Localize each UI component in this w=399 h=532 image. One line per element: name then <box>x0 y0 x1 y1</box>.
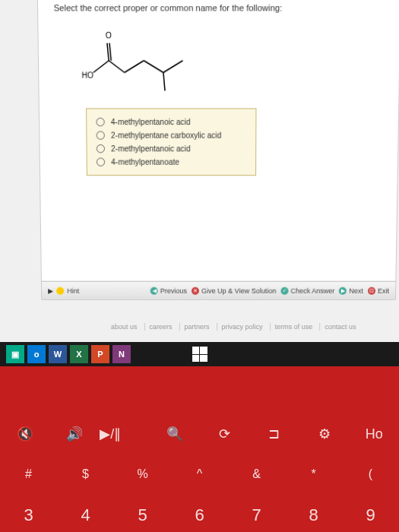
hint-label: Hint <box>67 287 79 294</box>
option-3[interactable]: 2-methylpentanoic acid <box>97 142 246 156</box>
amp-key[interactable]: & <box>228 467 285 481</box>
footer-privacy[interactable]: privacy policy <box>217 323 268 331</box>
store-icon[interactable]: ▣ <box>6 345 24 363</box>
site-footer: about us careers partners privacy policy… <box>106 323 361 331</box>
hint-button[interactable]: ▶ Hint <box>42 287 85 294</box>
radio-icon <box>97 144 105 153</box>
devices-key[interactable]: ⊐ <box>249 426 299 442</box>
exit-label: Exit <box>378 287 389 294</box>
key-5[interactable]: 5 <box>114 505 171 525</box>
play-pause-key[interactable]: ▶/∥ <box>100 426 150 442</box>
check-icon: ✓ <box>280 287 288 294</box>
label-o: O <box>106 31 112 40</box>
key-9[interactable]: 9 <box>342 505 399 525</box>
dollar-key[interactable]: $ <box>57 467 114 481</box>
label-ho: HO <box>81 71 93 79</box>
radio-icon <box>97 158 105 166</box>
quiz-panel: Select the correct proper or common name… <box>37 0 399 300</box>
svg-line-6 <box>163 61 183 73</box>
option-label: 4-methylpentanoate <box>111 158 179 166</box>
option-label: 4-methylpentanoic acid <box>111 118 191 126</box>
home-key[interactable]: Ho <box>349 426 399 442</box>
share-key[interactable]: ⟳ <box>200 426 250 442</box>
previous-button[interactable]: ◀ Previous <box>150 287 187 294</box>
option-2[interactable]: 2-methylpentane carboxylic acid <box>97 128 247 142</box>
mute-key[interactable]: 🔇 <box>0 426 50 442</box>
footer-partners[interactable]: partners <box>179 323 214 331</box>
next-button[interactable]: ▶ Next <box>339 287 363 294</box>
caret-key[interactable]: ^ <box>171 467 228 481</box>
check-label: Check Answer <box>290 287 334 294</box>
percent-key[interactable]: % <box>114 467 171 481</box>
footer-careers[interactable]: careers <box>144 323 176 331</box>
molecule-structure: HO O <box>78 29 361 100</box>
monitor-screen: Select the correct proper or common name… <box>0 0 399 342</box>
radio-icon <box>96 118 104 126</box>
key-8[interactable]: 8 <box>285 505 342 525</box>
option-4[interactable]: 4-methylpentanoate <box>97 155 246 169</box>
key-7[interactable]: 7 <box>228 505 285 525</box>
svg-line-5 <box>144 61 163 73</box>
option-label: 2-methylpentanoic acid <box>111 144 191 153</box>
svg-line-1 <box>109 61 125 73</box>
volume-key[interactable]: 🔊 <box>50 426 100 442</box>
hash-key[interactable]: # <box>0 467 57 481</box>
keyboard-symbol-row: # $ % ^ & * ( <box>0 467 399 481</box>
question-text: Select the correct proper or common name… <box>38 0 399 21</box>
windows-start-icon[interactable] <box>192 347 207 362</box>
svg-line-2 <box>107 43 109 61</box>
onenote-icon[interactable]: N <box>112 345 131 363</box>
outlook-icon[interactable]: o <box>27 345 46 363</box>
svg-line-3 <box>109 43 111 61</box>
exit-icon: ⊡ <box>368 287 375 294</box>
star-key[interactable]: * <box>285 467 342 481</box>
footer-terms[interactable]: terms of use <box>270 323 318 331</box>
settings-key[interactable]: ⚙ <box>299 426 350 442</box>
arrow-left-icon: ◀ <box>150 287 158 294</box>
key-4[interactable]: 4 <box>57 505 114 525</box>
footer-contact[interactable]: contact us <box>319 323 360 331</box>
give-up-label: Give Up & View Solution <box>201 287 276 294</box>
option-label: 2-methylpentane carboxylic acid <box>111 131 221 139</box>
keyboard-fn-row: 🔇 🔊 ▶/∥ 🔍 ⟳ ⊐ ⚙ Ho <box>0 426 399 442</box>
svg-line-0 <box>93 61 109 73</box>
arrow-right-icon: ▶ <box>339 287 347 294</box>
svg-line-4 <box>125 61 144 73</box>
give-up-button[interactable]: ✕ Give Up & View Solution <box>192 287 276 294</box>
exit-button[interactable]: ⊡ Exit <box>368 287 389 294</box>
word-icon[interactable]: W <box>49 345 67 363</box>
paren-key[interactable]: ( <box>342 467 399 481</box>
radio-icon <box>97 131 105 139</box>
answer-options: 4-methylpentanoic acid 2-methylpentane c… <box>86 108 256 176</box>
windows-taskbar: ▣ o W X P N <box>0 342 399 366</box>
quiz-nav-bar: ▶ Hint ◀ Previous ✕ Give Up & View Solut… <box>42 281 395 299</box>
check-answer-button[interactable]: ✓ Check Answer <box>280 287 334 294</box>
excel-icon[interactable]: X <box>70 345 88 363</box>
search-key[interactable]: 🔍 <box>150 426 200 442</box>
keyboard-number-row: 3 4 5 6 7 8 9 <box>0 505 399 525</box>
powerpoint-icon[interactable]: P <box>91 345 109 363</box>
x-icon: ✕ <box>192 287 199 294</box>
lightbulb-icon <box>56 287 64 294</box>
footer-about[interactable]: about us <box>106 323 142 331</box>
key-3[interactable]: 3 <box>0 505 57 525</box>
svg-line-7 <box>163 72 165 90</box>
option-1[interactable]: 4-methylpentanoic acid <box>96 116 246 129</box>
next-label: Next <box>349 287 363 294</box>
previous-label: Previous <box>160 287 187 294</box>
key-6[interactable]: 6 <box>171 505 228 525</box>
